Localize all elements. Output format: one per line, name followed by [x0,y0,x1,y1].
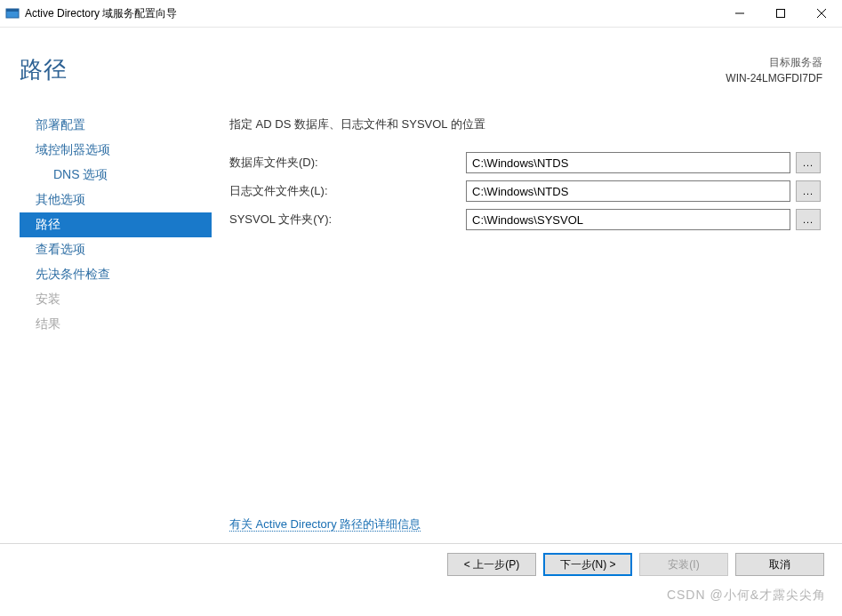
browse-logs-button[interactable]: ... [796,180,821,202]
cancel-button[interactable]: 取消 [735,553,824,576]
window-controls [719,0,842,27]
main-panel: 指定 AD DS 数据库、日志文件和 SYSVOL 的位置 数据库文件夹(D):… [212,99,842,543]
input-database[interactable] [466,152,790,173]
header: 路径 目标服务器 WIN-24LMGFDI7DF [0,28,842,99]
svg-rect-1 [6,9,19,12]
more-info-block: 有关 Active Directory 路径的详细信息 [229,516,821,532]
sidebar-item-install: 安装 [20,287,212,312]
input-logs[interactable] [466,180,790,202]
instruction-text: 指定 AD DS 数据库、日志文件和 SYSVOL 的位置 [229,116,821,132]
sidebar: 部署配置 域控制器选项 DNS 选项 其他选项 路径 查看选项 先决条件检查 安… [20,99,212,543]
page-title: 路径 [20,54,726,85]
next-button[interactable]: 下一步(N) > [543,553,632,576]
watermark: CSDN @小何&才露尖尖角 [667,588,826,604]
install-button: 安装(I) [639,553,728,576]
more-info-link[interactable]: 有关 Active Directory 路径的详细信息 [229,517,421,532]
row-database: 数据库文件夹(D): ... [229,152,821,173]
target-server-name: WIN-24LMGFDI7DF [726,70,822,86]
window-title: Active Directory 域服务配置向导 [25,6,719,21]
row-logs: 日志文件文件夹(L): ... [229,180,821,202]
input-sysvol[interactable] [466,209,790,230]
sidebar-item-dc-options[interactable]: 域控制器选项 [20,138,212,163]
prev-button[interactable]: < 上一步(P) [447,553,536,576]
sidebar-item-review[interactable]: 查看选项 [20,237,212,262]
label-sysvol: SYSVOL 文件夹(Y): [229,212,461,228]
app-icon [5,6,20,20]
target-server-block: 目标服务器 WIN-24LMGFDI7DF [726,54,822,86]
titlebar: Active Directory 域服务配置向导 [0,0,842,28]
browse-database-button[interactable]: ... [796,152,821,173]
maximize-button[interactable] [760,0,801,27]
sidebar-item-additional[interactable]: 其他选项 [20,188,212,212]
minimize-button[interactable] [719,0,760,27]
footer: < 上一步(P) 下一步(N) > 安装(I) 取消 [0,543,842,585]
row-sysvol: SYSVOL 文件夹(Y): ... [229,209,821,230]
browse-sysvol-button[interactable]: ... [796,209,821,230]
sidebar-item-deployment[interactable]: 部署配置 [20,113,212,138]
sidebar-item-results: 结果 [20,312,212,337]
sidebar-item-paths[interactable]: 路径 [20,212,212,237]
label-database: 数据库文件夹(D): [229,155,461,171]
label-logs: 日志文件文件夹(L): [229,183,461,199]
sidebar-item-dns-options[interactable]: DNS 选项 [20,163,212,188]
target-server-label: 目标服务器 [726,54,822,70]
body: 部署配置 域控制器选项 DNS 选项 其他选项 路径 查看选项 先决条件检查 安… [0,99,842,543]
sidebar-item-prereq[interactable]: 先决条件检查 [20,262,212,287]
svg-rect-3 [777,10,785,18]
close-button[interactable] [801,0,842,27]
